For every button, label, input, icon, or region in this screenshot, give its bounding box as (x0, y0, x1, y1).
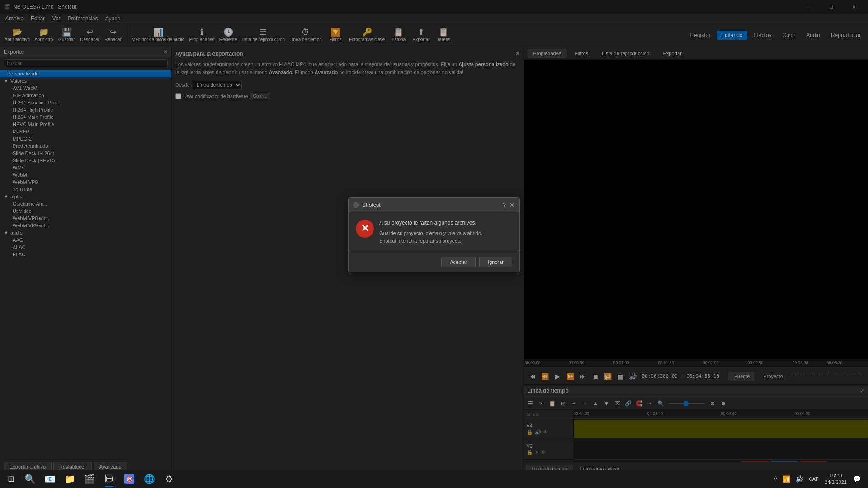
extra-icon: ⚙ (165, 474, 173, 484)
ignore-button[interactable]: Ignorar (479, 257, 512, 267)
sound-icon[interactable]: 🔊 (794, 474, 805, 483)
taskbar: ⊞ 🔍 📧 📁 🎬 🎞 🎯 🌐 ⚙ ^ 📶 🔊 CAT 10:28 24/3/2… (0, 470, 868, 488)
taskbar-media[interactable]: 🎬 (80, 470, 99, 488)
clock-date: 24/3/2021 (825, 479, 847, 486)
dialog-close-button[interactable]: ✕ (509, 202, 515, 209)
dialog-message-2: Guarde su proyecto, ciérrelo y vuelva a … (379, 230, 512, 244)
clock-time: 10:28 (825, 472, 847, 479)
network-icon[interactable]: 📶 (781, 474, 792, 483)
error-dialog: Shotcut ? ✕ ✕ A su proyecto le faltan al… (348, 197, 520, 272)
dialog-message-1: A su proyecto le faltan algunos archivos… (379, 220, 512, 226)
search-icon: 🔍 (24, 474, 36, 484)
language-indicator[interactable]: CAT (807, 476, 820, 482)
folder-icon: 📁 (64, 474, 75, 484)
taskbar-shotcut[interactable]: 🎞 (99, 470, 119, 488)
dialog-title-bar: Shotcut ? ✕ (349, 198, 519, 212)
dialog-overlay: Shotcut ? ✕ ✕ A su proyecto le faltan al… (0, 0, 868, 470)
taskbar-chevron[interactable]: ^ (772, 474, 779, 483)
taskbar-chrome[interactable]: 🌐 (139, 470, 159, 488)
extension-icon: 🎯 (124, 474, 134, 484)
notification-icon[interactable]: 💬 (851, 474, 863, 483)
accept-button[interactable]: Aceptar (441, 257, 476, 267)
shotcut-icon: 🎞 (105, 474, 114, 484)
outlook-icon: 📧 (44, 474, 56, 484)
taskbar-outlook[interactable]: 📧 (40, 470, 60, 488)
dialog-help-button[interactable]: ? (502, 202, 506, 209)
error-icon: ✕ (356, 220, 374, 238)
taskbar-extra[interactable]: ⚙ (159, 470, 179, 488)
system-clock[interactable]: 10:28 24/3/2021 (822, 472, 849, 486)
taskbar-files[interactable]: 📁 (60, 470, 80, 488)
start-button[interactable]: ⊞ (2, 470, 20, 488)
chrome-icon: 🌐 (144, 474, 155, 484)
windows-icon: ⊞ (8, 474, 14, 484)
dialog-body: ✕ A su proyecto le faltan algunos archiv… (349, 212, 519, 252)
taskbar-search[interactable]: 🔍 (20, 470, 40, 488)
dialog-title-text: Shotcut (362, 202, 499, 208)
dialog-title-icon (353, 202, 359, 208)
dialog-footer: Aceptar Ignorar (349, 252, 519, 272)
taskbar-right: ^ 📶 🔊 CAT 10:28 24/3/2021 💬 (769, 472, 866, 486)
taskbar-chromeext[interactable]: 🎯 (119, 470, 139, 488)
media-icon: 🎬 (84, 474, 95, 484)
dialog-text: A su proyecto le faltan algunos archivos… (379, 220, 512, 244)
